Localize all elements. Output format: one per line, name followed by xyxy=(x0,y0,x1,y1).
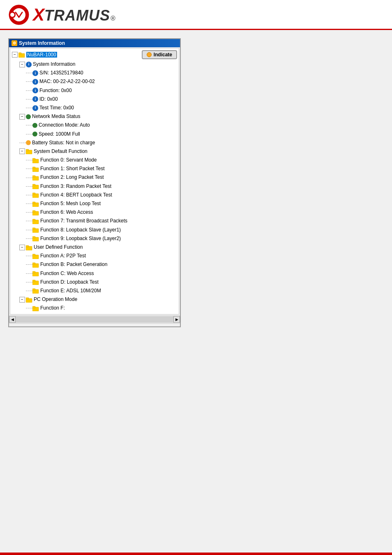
sdf-label: System Default Function xyxy=(34,148,88,155)
connector xyxy=(26,134,32,134)
root-label[interactable]: NuBAR-1000 xyxy=(26,52,57,58)
tree-item-f7[interactable]: Function 7: Transmit Broadcast Packets xyxy=(12,217,177,225)
svg-rect-33 xyxy=(32,263,35,264)
root-expander[interactable]: − xyxy=(12,52,18,58)
indicate-dot xyxy=(147,52,152,57)
svg-rect-17 xyxy=(32,193,35,194)
svg-rect-23 xyxy=(32,219,35,221)
connector xyxy=(26,282,32,282)
connector xyxy=(26,264,32,265)
tree-item-id[interactable]: i ID: 0x00 xyxy=(12,95,177,104)
main-content: ⚙ System Information − NuBAR-1000 I xyxy=(0,30,392,335)
f8-icon xyxy=(32,227,39,233)
sdf-expander[interactable]: − xyxy=(19,148,25,154)
f1-icon xyxy=(32,166,39,172)
scroll-track[interactable] xyxy=(16,316,173,323)
tree-item-f9[interactable]: Function 9: Loopback Slave (Layer2) xyxy=(12,234,177,243)
tree-item-network[interactable]: − Network Media Status xyxy=(12,112,177,121)
svg-rect-7 xyxy=(26,149,29,151)
tree-item-fe[interactable]: Function E: ADSL 10M/20M xyxy=(12,287,177,295)
f6-label: Function 6: Web Access xyxy=(40,208,93,216)
tree-item-f3[interactable]: Function 3: Random Packet Test xyxy=(12,182,177,191)
tree-item-f4[interactable]: Function 4: BERT Loopback Test xyxy=(12,191,177,199)
scrollbar[interactable]: ◀ ▶ xyxy=(9,315,180,323)
svg-rect-9 xyxy=(32,158,35,160)
indicate-button[interactable]: Indicate xyxy=(142,50,177,59)
udf-label: User Defined Function xyxy=(34,243,83,251)
scroll-right-btn[interactable]: ▶ xyxy=(173,316,180,323)
sysinfo-expander[interactable]: − xyxy=(19,62,25,67)
svg-rect-25 xyxy=(32,228,35,229)
mac-label: MAC: 00-22-A2-22-00-02 xyxy=(39,78,95,86)
network-icon xyxy=(26,114,31,119)
connector xyxy=(26,178,32,178)
logo-icon xyxy=(8,4,30,25)
fa-label: Function A: P2P Test xyxy=(40,252,86,260)
tree-item-f2[interactable]: Function 2: Long Packet Test xyxy=(12,173,177,182)
tree-item-system-info[interactable]: − i System Information xyxy=(12,60,177,69)
f9-label: Function 9: Loopback Slave (Layer2) xyxy=(40,235,121,243)
connector xyxy=(19,143,26,143)
f2-label: Function 2: Long Packet Test xyxy=(40,173,104,181)
tree-item-ff[interactable]: Function F: xyxy=(12,304,177,312)
connector xyxy=(26,169,32,169)
window-title: System Information xyxy=(19,40,65,46)
svg-rect-37 xyxy=(32,280,35,282)
scroll-left-btn[interactable]: ◀ xyxy=(9,316,16,323)
connector xyxy=(26,195,32,195)
tree-item-connmode[interactable]: Connection Mode: Auto xyxy=(12,121,177,130)
tree-item-f8[interactable]: Function 8: Loopback Slave (Layer1) xyxy=(12,226,177,234)
tree-item-testtime[interactable]: i Test Time: 0x00 xyxy=(12,104,177,112)
battery-icon xyxy=(26,140,31,145)
ff-label: Function F: xyxy=(40,304,65,312)
svg-rect-13 xyxy=(32,176,35,177)
fb-label: Function B: Packet Generation xyxy=(40,261,107,268)
svg-rect-15 xyxy=(32,184,35,186)
func-icon: i xyxy=(32,88,38,93)
connector xyxy=(26,204,32,204)
sysinfo-icon: i xyxy=(26,62,32,67)
tree-item-mac[interactable]: i MAC: 00-22-A2-22-00-02 xyxy=(12,77,177,86)
tree-item-pc[interactable]: − PC Operation Mode xyxy=(12,295,177,304)
udf-folder-icon xyxy=(26,245,32,250)
root-row: − NuBAR-1000 Indicate xyxy=(12,50,177,59)
system-info-window: ⚙ System Information − NuBAR-1000 I xyxy=(8,38,181,327)
tree-item-f0[interactable]: Function 0: Servant Mode xyxy=(12,156,177,164)
speed-icon xyxy=(32,132,37,136)
pc-expander[interactable]: − xyxy=(19,297,25,303)
tree-item-sn[interactable]: i S/N: 143525179840 xyxy=(12,69,177,77)
svg-rect-39 xyxy=(32,289,35,290)
f3-icon xyxy=(32,183,39,189)
tree-item-udf[interactable]: − User Defined Function xyxy=(12,243,177,252)
battery-label: Battery Status: Not in charge xyxy=(32,139,95,147)
logo: X TRAMUS ® xyxy=(8,4,115,25)
tree-item-f5[interactable]: Function 5: Mesh Loop Test xyxy=(12,199,177,208)
tree-item-fc[interactable]: Function C: Web Access xyxy=(12,269,177,278)
f5-label: Function 5: Mesh Loop Test xyxy=(40,200,101,208)
f4-icon xyxy=(32,192,39,198)
connector xyxy=(26,125,32,125)
connector xyxy=(26,308,32,308)
svg-rect-41 xyxy=(26,298,29,299)
tree-item-speed[interactable]: Speed: 1000M Full xyxy=(12,130,177,139)
fe-label: Function E: ADSL 10M/20M xyxy=(40,287,101,295)
ff-icon xyxy=(32,305,39,311)
indicate-label: Indicate xyxy=(154,52,172,58)
udf-expander[interactable]: − xyxy=(19,245,25,250)
tree-item-sdf[interactable]: − System Default Function xyxy=(12,147,177,156)
testtime-label: Test Time: 0x00 xyxy=(39,104,74,112)
f1-label: Function 1: Short Packet Test xyxy=(40,165,105,173)
tree-item-battery[interactable]: Battery Status: Not in charge xyxy=(12,139,177,147)
tree-item-fa[interactable]: Function A: P2P Test xyxy=(12,252,177,260)
indicate-btn-container: Indicate xyxy=(142,50,177,59)
tree-item-function[interactable]: i Function: 0x00 xyxy=(12,86,177,95)
tree-item-f1[interactable]: Function 1: Short Packet Test xyxy=(12,164,177,173)
logo-text: X TRAMUS ® xyxy=(33,5,115,25)
tree-item-fb[interactable]: Function B: Packet Generation xyxy=(12,260,177,269)
func-label: Function: 0x00 xyxy=(39,87,72,95)
network-expander[interactable]: − xyxy=(19,114,25,120)
network-label: Network Media Status xyxy=(32,113,80,120)
connector xyxy=(26,212,32,213)
tree-item-f6[interactable]: Function 6: Web Access xyxy=(12,208,177,217)
tree-item-fd[interactable]: Function D: Loopback Test xyxy=(12,278,177,287)
